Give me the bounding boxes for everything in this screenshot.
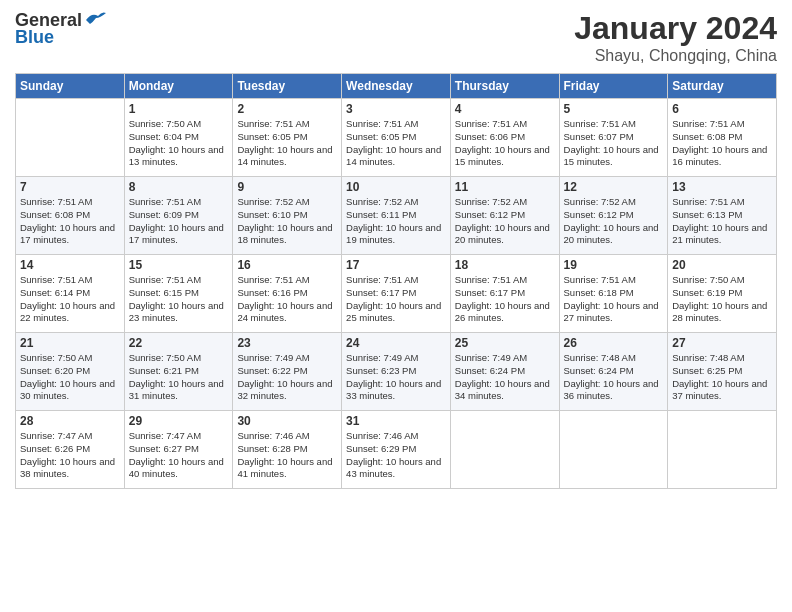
cell-info: Sunrise: 7:51 AMSunset: 6:16 PMDaylight:… (237, 274, 337, 325)
daylight: Daylight: 10 hours and 13 minutes. (129, 144, 224, 168)
cell-info: Sunrise: 7:46 AMSunset: 6:29 PMDaylight:… (346, 430, 446, 481)
cell-info: Sunrise: 7:51 AMSunset: 6:05 PMDaylight:… (346, 118, 446, 169)
day-number: 5 (564, 102, 664, 116)
sunrise: Sunrise: 7:50 AM (20, 352, 92, 363)
sunrise: Sunrise: 7:46 AM (346, 430, 418, 441)
calendar-cell: 13Sunrise: 7:51 AMSunset: 6:13 PMDayligh… (668, 177, 777, 255)
sunset: Sunset: 6:17 PM (346, 287, 416, 298)
week-row-1: 7Sunrise: 7:51 AMSunset: 6:08 PMDaylight… (16, 177, 777, 255)
day-number: 16 (237, 258, 337, 272)
sunrise: Sunrise: 7:49 AM (346, 352, 418, 363)
sunrise: Sunrise: 7:46 AM (237, 430, 309, 441)
day-number: 17 (346, 258, 446, 272)
sunset: Sunset: 6:05 PM (237, 131, 307, 142)
daylight: Daylight: 10 hours and 28 minutes. (672, 300, 767, 324)
sunrise: Sunrise: 7:51 AM (672, 118, 744, 129)
calendar-cell: 1Sunrise: 7:50 AMSunset: 6:04 PMDaylight… (124, 99, 233, 177)
day-number: 3 (346, 102, 446, 116)
cell-info: Sunrise: 7:51 AMSunset: 6:09 PMDaylight:… (129, 196, 229, 247)
day-number: 18 (455, 258, 555, 272)
cell-info: Sunrise: 7:51 AMSunset: 6:14 PMDaylight:… (20, 274, 120, 325)
day-number: 9 (237, 180, 337, 194)
sunset: Sunset: 6:14 PM (20, 287, 90, 298)
col-monday: Monday (124, 74, 233, 99)
day-number: 14 (20, 258, 120, 272)
day-number: 28 (20, 414, 120, 428)
calendar-cell: 2Sunrise: 7:51 AMSunset: 6:05 PMDaylight… (233, 99, 342, 177)
calendar-cell: 24Sunrise: 7:49 AMSunset: 6:23 PMDayligh… (342, 333, 451, 411)
cell-info: Sunrise: 7:52 AMSunset: 6:10 PMDaylight:… (237, 196, 337, 247)
calendar-cell: 29Sunrise: 7:47 AMSunset: 6:27 PMDayligh… (124, 411, 233, 489)
calendar-cell: 11Sunrise: 7:52 AMSunset: 6:12 PMDayligh… (450, 177, 559, 255)
header: General Blue January 2024 Shayu, Chongqi… (15, 10, 777, 65)
cell-info: Sunrise: 7:50 AMSunset: 6:04 PMDaylight:… (129, 118, 229, 169)
day-number: 25 (455, 336, 555, 350)
cell-info: Sunrise: 7:49 AMSunset: 6:23 PMDaylight:… (346, 352, 446, 403)
cell-info: Sunrise: 7:52 AMSunset: 6:12 PMDaylight:… (564, 196, 664, 247)
sunset: Sunset: 6:06 PM (455, 131, 525, 142)
cell-info: Sunrise: 7:46 AMSunset: 6:28 PMDaylight:… (237, 430, 337, 481)
sunrise: Sunrise: 7:47 AM (20, 430, 92, 441)
calendar-cell: 27Sunrise: 7:48 AMSunset: 6:25 PMDayligh… (668, 333, 777, 411)
calendar-cell (450, 411, 559, 489)
sunset: Sunset: 6:26 PM (20, 443, 90, 454)
day-number: 23 (237, 336, 337, 350)
sunset: Sunset: 6:21 PM (129, 365, 199, 376)
sunrise: Sunrise: 7:51 AM (564, 118, 636, 129)
sunset: Sunset: 6:22 PM (237, 365, 307, 376)
cell-info: Sunrise: 7:47 AMSunset: 6:27 PMDaylight:… (129, 430, 229, 481)
calendar-cell: 15Sunrise: 7:51 AMSunset: 6:15 PMDayligh… (124, 255, 233, 333)
sunset: Sunset: 6:27 PM (129, 443, 199, 454)
daylight: Daylight: 10 hours and 17 minutes. (20, 222, 115, 246)
sunrise: Sunrise: 7:52 AM (237, 196, 309, 207)
sunrise: Sunrise: 7:48 AM (672, 352, 744, 363)
sunrise: Sunrise: 7:51 AM (129, 274, 201, 285)
sunrise: Sunrise: 7:52 AM (564, 196, 636, 207)
sunset: Sunset: 6:20 PM (20, 365, 90, 376)
col-thursday: Thursday (450, 74, 559, 99)
col-tuesday: Tuesday (233, 74, 342, 99)
sunset: Sunset: 6:15 PM (129, 287, 199, 298)
day-number: 12 (564, 180, 664, 194)
day-number: 6 (672, 102, 772, 116)
cell-info: Sunrise: 7:52 AMSunset: 6:12 PMDaylight:… (455, 196, 555, 247)
calendar-cell: 28Sunrise: 7:47 AMSunset: 6:26 PMDayligh… (16, 411, 125, 489)
sunrise: Sunrise: 7:48 AM (564, 352, 636, 363)
sunset: Sunset: 6:08 PM (20, 209, 90, 220)
week-row-4: 28Sunrise: 7:47 AMSunset: 6:26 PMDayligh… (16, 411, 777, 489)
calendar-cell: 3Sunrise: 7:51 AMSunset: 6:05 PMDaylight… (342, 99, 451, 177)
daylight: Daylight: 10 hours and 17 minutes. (129, 222, 224, 246)
sunrise: Sunrise: 7:50 AM (129, 118, 201, 129)
daylight: Daylight: 10 hours and 32 minutes. (237, 378, 332, 402)
calendar-cell: 10Sunrise: 7:52 AMSunset: 6:11 PMDayligh… (342, 177, 451, 255)
daylight: Daylight: 10 hours and 37 minutes. (672, 378, 767, 402)
daylight: Daylight: 10 hours and 27 minutes. (564, 300, 659, 324)
sunrise: Sunrise: 7:51 AM (129, 196, 201, 207)
sunset: Sunset: 6:12 PM (564, 209, 634, 220)
daylight: Daylight: 10 hours and 41 minutes. (237, 456, 332, 480)
cell-info: Sunrise: 7:49 AMSunset: 6:24 PMDaylight:… (455, 352, 555, 403)
cell-info: Sunrise: 7:49 AMSunset: 6:22 PMDaylight:… (237, 352, 337, 403)
daylight: Daylight: 10 hours and 15 minutes. (455, 144, 550, 168)
calendar-cell: 22Sunrise: 7:50 AMSunset: 6:21 PMDayligh… (124, 333, 233, 411)
daylight: Daylight: 10 hours and 18 minutes. (237, 222, 332, 246)
daylight: Daylight: 10 hours and 22 minutes. (20, 300, 115, 324)
calendar-cell: 19Sunrise: 7:51 AMSunset: 6:18 PMDayligh… (559, 255, 668, 333)
col-sunday: Sunday (16, 74, 125, 99)
sunrise: Sunrise: 7:49 AM (455, 352, 527, 363)
calendar-cell: 12Sunrise: 7:52 AMSunset: 6:12 PMDayligh… (559, 177, 668, 255)
header-row: Sunday Monday Tuesday Wednesday Thursday… (16, 74, 777, 99)
sunset: Sunset: 6:19 PM (672, 287, 742, 298)
daylight: Daylight: 10 hours and 19 minutes. (346, 222, 441, 246)
calendar-cell: 8Sunrise: 7:51 AMSunset: 6:09 PMDaylight… (124, 177, 233, 255)
col-friday: Friday (559, 74, 668, 99)
calendar-cell: 4Sunrise: 7:51 AMSunset: 6:06 PMDaylight… (450, 99, 559, 177)
daylight: Daylight: 10 hours and 25 minutes. (346, 300, 441, 324)
calendar-cell: 17Sunrise: 7:51 AMSunset: 6:17 PMDayligh… (342, 255, 451, 333)
daylight: Daylight: 10 hours and 20 minutes. (564, 222, 659, 246)
cell-info: Sunrise: 7:50 AMSunset: 6:21 PMDaylight:… (129, 352, 229, 403)
calendar-table: Sunday Monday Tuesday Wednesday Thursday… (15, 73, 777, 489)
cell-info: Sunrise: 7:51 AMSunset: 6:08 PMDaylight:… (20, 196, 120, 247)
sunset: Sunset: 6:18 PM (564, 287, 634, 298)
day-number: 13 (672, 180, 772, 194)
